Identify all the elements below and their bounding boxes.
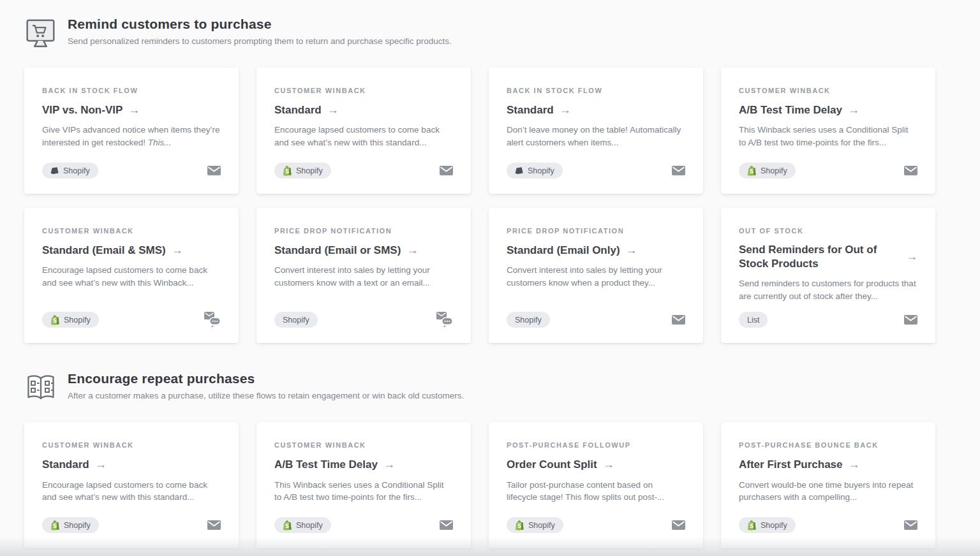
shopify-icon: [50, 520, 59, 530]
card-footer: Shopify: [739, 508, 917, 533]
template-card-order-count-split[interactable]: Post-Purchase Followup Order Count Split…: [489, 422, 703, 548]
shopify-badge: Shopify: [42, 312, 99, 328]
flow-description: This Winback series uses a Conditional S…: [274, 479, 453, 504]
email-icon: [440, 166, 453, 175]
arrow-right-icon: →: [848, 103, 859, 117]
shopify-icon: [50, 315, 59, 325]
flow-title-link[interactable]: Order Count Split →: [507, 457, 685, 472]
shopify-badge: Shopify: [507, 312, 550, 328]
template-card-back-in-stock-standard[interactable]: Back in Stock Flow Standard → Don’t leav…: [489, 68, 703, 194]
flow-template-gallery: Remind customers to purchase Send person…: [0, 0, 980, 548]
flow-title-link[interactable]: Standard →: [42, 457, 221, 472]
card-footer: Shopify: [42, 303, 221, 328]
flow-title-text: Order Count Split: [507, 458, 597, 472]
section-subtitle: Send personalized reminders to customers…: [68, 36, 452, 46]
shopify-badge: Shopify: [274, 312, 318, 328]
card-footer: Shopify: [274, 154, 453, 179]
arrow-right-icon: →: [626, 243, 637, 258]
shopify-icon: [283, 166, 292, 176]
flow-description: Encourage lapsed customers to come back …: [274, 124, 453, 149]
shopify-icon: [515, 520, 524, 530]
flow-description: This Winback series uses a Conditional S…: [739, 124, 917, 149]
flow-title-text: After First Purchase: [739, 458, 843, 472]
card-footer: Shopify: [507, 303, 685, 328]
flow-title-text: Standard: [42, 458, 89, 472]
email-icon: [672, 166, 685, 175]
section-subtitle: After a customer makes a purchase, utili…: [68, 391, 464, 400]
template-card-price-drop-email-only[interactable]: Price Drop Notification Standard (Email …: [489, 208, 703, 343]
flow-title-link[interactable]: Standard →: [507, 103, 685, 117]
card-grid-row-1: Back in Stock Flow VIP vs. Non-VIP → Giv…: [24, 68, 935, 343]
flow-category-label: Post-Purchase Bounce Back: [739, 441, 917, 449]
template-card-vip-vs-non-vip[interactable]: Back in Stock Flow VIP vs. Non-VIP → Giv…: [24, 68, 239, 194]
flow-category-label: Customer Winback: [274, 441, 453, 449]
card-footer: Shopify: [42, 154, 221, 179]
section-header-text: Encourage repeat purchases After a custo…: [68, 371, 464, 400]
flow-category-label: Price Drop Notification: [507, 227, 685, 235]
email-icon: [207, 520, 221, 530]
template-card-ab-test-time-delay-2[interactable]: Customer Winback A/B Test Time Delay → T…: [256, 422, 471, 548]
email-icon: [440, 520, 453, 530]
flow-category-label: Customer Winback: [739, 87, 917, 94]
flow-description: Convert would-be one time buyers into re…: [739, 479, 917, 504]
flow-title-link[interactable]: Standard →: [274, 103, 453, 117]
card-footer: Shopify: [274, 303, 453, 328]
flow-title-link[interactable]: Standard (Email Only) →: [507, 243, 685, 258]
shopify-icon: [747, 166, 756, 176]
template-card-out-of-stock-reminders[interactable]: Out of Stock Send Reminders for Out of S…: [721, 208, 935, 343]
email-icon: [207, 166, 221, 175]
arrow-right-icon: →: [128, 103, 140, 117]
flow-title-link[interactable]: Standard (Email or SMS) →: [274, 243, 453, 258]
shopify-badge: Shopify: [274, 517, 331, 533]
arrow-right-icon: →: [95, 457, 107, 472]
template-card-price-drop-email-or-sms[interactable]: Price Drop Notification Standard (Email …: [256, 208, 471, 343]
flow-description: Convert interest into sales by letting y…: [274, 264, 453, 289]
flow-category-label: Customer Winback: [274, 87, 453, 94]
flow-category-label: Customer Winback: [42, 227, 221, 235]
section-header: Remind customers to purchase Send person…: [24, 17, 935, 50]
section-encourage-repeat-purchases: Encourage repeat purchases After a custo…: [24, 371, 935, 548]
flow-category-label: Price Drop Notification: [274, 227, 453, 235]
monitor-cart-icon: [24, 17, 57, 50]
template-card-winback-standard-2[interactable]: Customer Winback Standard → Encourage la…: [24, 422, 239, 548]
arrow-right-icon: →: [906, 249, 917, 264]
section-header: Encourage repeat purchases After a custo…: [24, 371, 935, 404]
shopify-dark-icon: [50, 167, 59, 174]
email-icon: [904, 315, 917, 325]
open-book-checklist-icon: [24, 371, 57, 404]
flow-title-text: A/B Test Time Delay: [274, 458, 378, 472]
arrow-right-icon: →: [849, 457, 860, 472]
template-card-ab-test-time-delay[interactable]: Customer Winback A/B Test Time Delay → T…: [721, 68, 935, 194]
shopify-badge: Shopify: [274, 163, 331, 179]
flow-title-link[interactable]: A/B Test Time Delay →: [274, 457, 453, 472]
flow-category-label: Out of Stock: [739, 227, 917, 235]
flow-description: Encourage lapsed customers to come back …: [42, 264, 221, 289]
flow-title-text: VIP vs. Non-VIP: [42, 103, 122, 117]
card-footer: Shopify: [739, 154, 917, 179]
template-card-winback-email-sms[interactable]: Customer Winback Standard (Email & SMS) …: [24, 208, 239, 343]
flow-title-text: Standard (Email & SMS): [42, 244, 166, 258]
template-card-after-first-purchase[interactable]: Post-Purchase Bounce Back After First Pu…: [721, 422, 935, 548]
flow-title-link[interactable]: A/B Test Time Delay →: [739, 103, 917, 117]
email-icon: [904, 166, 917, 175]
email-sms-icon: [204, 312, 221, 328]
flow-title-link[interactable]: VIP vs. Non-VIP →: [42, 103, 221, 117]
shopify-badge: Shopify: [42, 163, 98, 179]
flow-title-text: Standard: [274, 103, 322, 117]
flow-title-link[interactable]: Standard (Email & SMS) →: [42, 243, 221, 258]
shopify-badge: Shopify: [739, 517, 796, 533]
card-footer: Shopify: [274, 508, 453, 533]
arrow-right-icon: →: [603, 457, 614, 472]
flow-category-label: Post-Purchase Followup: [507, 441, 685, 449]
flow-title-link[interactable]: Send Reminders for Out of Stock Products…: [739, 243, 917, 271]
arrow-right-icon: →: [560, 103, 571, 117]
template-card-winback-standard[interactable]: Customer Winback Standard → Encourage la…: [256, 68, 471, 194]
flow-category-label: Back in Stock Flow: [42, 87, 221, 94]
flow-description: Send reminders to customers for products…: [739, 277, 917, 303]
card-footer: Shopify: [507, 154, 685, 179]
shopify-icon: [283, 520, 292, 530]
flow-title-link[interactable]: After First Purchase →: [739, 457, 917, 472]
flow-title-text: Standard (Email or SMS): [274, 244, 401, 258]
shopify-badge: Shopify: [507, 163, 563, 179]
flow-title-text: Standard (Email Only): [507, 244, 620, 258]
